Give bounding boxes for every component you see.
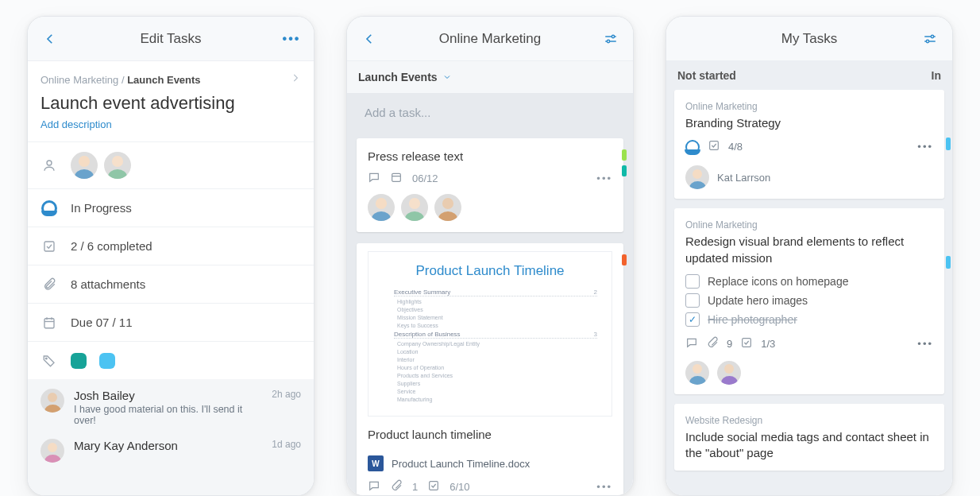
column-header[interactable]: Launch Events <box>347 61 633 93</box>
card-more-button[interactable]: ••• <box>596 481 612 493</box>
assignees-row[interactable] <box>28 141 314 188</box>
checklist-progress: 4/8 <box>728 141 743 153</box>
card-title: Press release text <box>357 138 623 171</box>
phone-my-tasks: My Tasks Not started In Online Marketing… <box>666 16 953 496</box>
card-more-button[interactable]: ••• <box>596 172 612 184</box>
task-card[interactable]: Website Redesign Include social media ta… <box>674 404 944 471</box>
project-label: Online Marketing <box>685 219 933 231</box>
progress-icon <box>685 140 700 154</box>
breadcrumb-leaf: Launch Events <box>127 74 200 86</box>
avatar <box>717 361 741 385</box>
more-button[interactable]: ••• <box>280 28 303 50</box>
project-label: Online Marketing <box>685 101 933 112</box>
task-card[interactable]: Product Launch Timeline Executive Summar… <box>357 243 623 495</box>
avatar <box>434 194 461 221</box>
checkbox-icon[interactable] <box>685 274 700 289</box>
add-description-link[interactable]: Add description <box>28 118 314 141</box>
task-card[interactable]: Online Marketing Redesign visual brand e… <box>674 208 944 394</box>
svg-point-17 <box>926 40 928 42</box>
checkbox-icon[interactable] <box>685 293 700 308</box>
document-preview: Product Launch Timeline Executive Summar… <box>368 251 612 417</box>
column-name: Launch Events <box>358 71 438 83</box>
tag-stripe <box>622 149 627 161</box>
phone-edit-task: Edit Tasks ••• Online Marketing / Launch… <box>27 16 314 496</box>
checklist-text: 2 / 6 completed <box>71 239 152 253</box>
filter-button[interactable] <box>600 28 622 50</box>
kanban-column-headers: Not started In <box>666 61 952 90</box>
due-date-row[interactable]: Due 07 / 11 <box>28 303 314 341</box>
checklist-progress: 1/3 <box>761 338 775 350</box>
tag-stripe <box>946 138 951 150</box>
checklist-icon <box>740 336 753 351</box>
avatar <box>401 194 428 221</box>
card-title: Branding Strategy <box>685 115 933 131</box>
screen-title: Online Marketing <box>439 31 542 47</box>
attachments-row[interactable]: 8 attachments <box>28 265 314 303</box>
comment-author: Josh Bailey <box>74 389 262 402</box>
person-icon <box>41 157 58 174</box>
paperclip-icon <box>41 276 58 293</box>
svg-rect-19 <box>743 338 751 347</box>
word-file-icon: W <box>368 455 384 471</box>
checklist-row[interactable]: 2 / 6 completed <box>28 227 314 265</box>
column-name[interactable]: Not started <box>677 69 736 82</box>
file-attachment[interactable]: W Product Launch Timeline.docx <box>357 449 623 471</box>
avatar <box>104 152 131 179</box>
status-row[interactable]: In Progress <box>28 188 314 227</box>
avatar <box>41 389 64 413</box>
comment-body: I have good material on this. I'll send … <box>74 404 262 426</box>
svg-point-15 <box>931 35 933 37</box>
column-name-next[interactable]: In <box>932 69 941 82</box>
subtask-item[interactable]: Hire photographer <box>685 312 933 327</box>
comment[interactable]: Mary Kay Anderson 1d ago <box>28 429 314 466</box>
card-title: Product launch timeline <box>357 417 623 449</box>
back-button[interactable] <box>39 28 61 50</box>
doc-title: Product Launch Timeline <box>383 263 597 279</box>
avatar <box>685 361 709 385</box>
avatar <box>71 152 98 179</box>
add-task-input[interactable]: Add a task... <box>357 93 623 127</box>
attach-count: 9 <box>727 338 732 350</box>
breadcrumb[interactable]: Online Marketing / Launch Events <box>28 61 314 87</box>
comment-icon <box>368 171 380 186</box>
phone-board-column: Online Marketing Launch Events Add a tas… <box>346 16 634 496</box>
filter-button[interactable] <box>919 28 941 50</box>
file-name: Product Launch Timeline.docx <box>392 458 530 470</box>
subtask-item[interactable]: Update hero images <box>685 293 933 308</box>
avatar <box>41 439 64 463</box>
breadcrumb-parent: Online Marketing <box>41 74 118 86</box>
tag-chip[interactable] <box>99 353 115 369</box>
subtask-item[interactable]: Replace icons on homepage <box>685 274 933 289</box>
chevron-down-icon <box>442 72 452 82</box>
back-button[interactable] <box>358 28 380 50</box>
svg-rect-2 <box>44 318 54 327</box>
paperclip-icon <box>390 479 403 494</box>
task-card[interactable]: Press release text 06/12 ••• <box>357 138 623 232</box>
project-label: Website Redesign <box>685 415 933 426</box>
checkbox-icon[interactable] <box>685 312 700 327</box>
due-date-text: Due 07 / 11 <box>71 316 133 329</box>
comment-icon <box>368 479 380 494</box>
progress-icon <box>41 200 57 216</box>
task-card[interactable]: Online Marketing Branding Strategy 4/8 •… <box>674 90 944 199</box>
checklist-icon <box>708 139 720 154</box>
checklist-icon <box>41 238 58 255</box>
card-more-button[interactable]: ••• <box>917 141 933 153</box>
svg-point-8 <box>612 35 614 37</box>
attach-count: 1 <box>412 481 418 493</box>
tag-stripe <box>622 165 627 176</box>
card-more-button[interactable]: ••• <box>917 338 933 350</box>
tag-stripe <box>946 256 951 269</box>
comment-time: 1d ago <box>272 439 301 463</box>
tag-chip[interactable] <box>71 353 87 369</box>
tag-icon <box>41 352 58 370</box>
tags-row[interactable] <box>28 341 314 379</box>
calendar-icon <box>41 314 58 331</box>
assignee-name: Kat Larrson <box>717 172 770 184</box>
comment[interactable]: Josh Bailey I have good material on this… <box>28 379 314 429</box>
comments-section: Josh Bailey I have good material on this… <box>28 379 314 495</box>
svg-point-0 <box>47 161 52 165</box>
svg-point-10 <box>607 40 609 42</box>
comment-author: Mary Kay Anderson <box>74 439 262 452</box>
comment-time: 2h ago <box>272 389 301 426</box>
